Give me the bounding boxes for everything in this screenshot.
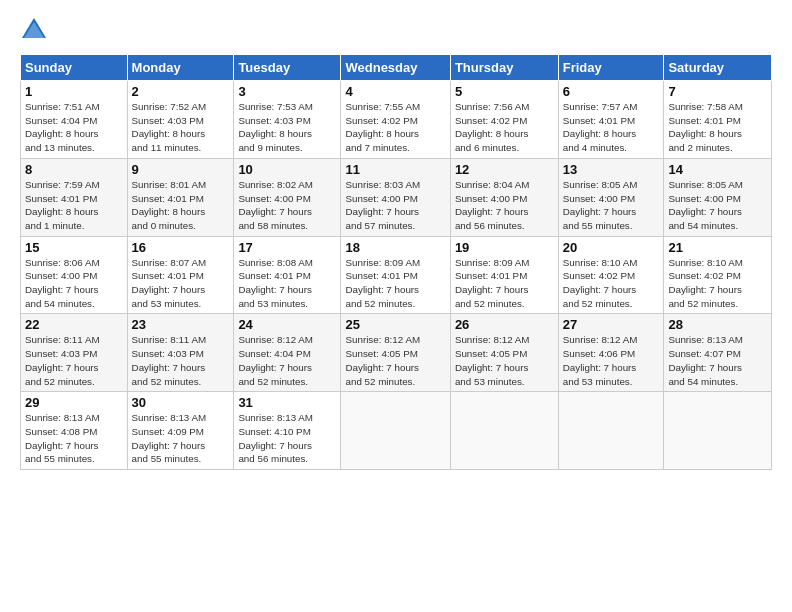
calendar-week-2: 8Sunrise: 7:59 AM Sunset: 4:01 PM Daylig… (21, 158, 772, 236)
day-number: 15 (25, 240, 123, 255)
day-number: 9 (132, 162, 230, 177)
day-number: 29 (25, 395, 123, 410)
day-info: Sunrise: 8:01 AM Sunset: 4:01 PM Dayligh… (132, 178, 230, 233)
calendar-cell: 24Sunrise: 8:12 AM Sunset: 4:04 PM Dayli… (234, 314, 341, 392)
day-info: Sunrise: 7:56 AM Sunset: 4:02 PM Dayligh… (455, 100, 554, 155)
calendar-cell: 28Sunrise: 8:13 AM Sunset: 4:07 PM Dayli… (664, 314, 772, 392)
day-number: 7 (668, 84, 767, 99)
calendar-cell: 4Sunrise: 7:55 AM Sunset: 4:02 PM Daylig… (341, 81, 450, 159)
day-number: 26 (455, 317, 554, 332)
calendar-cell: 23Sunrise: 8:11 AM Sunset: 4:03 PM Dayli… (127, 314, 234, 392)
header (20, 16, 772, 44)
calendar-cell: 15Sunrise: 8:06 AM Sunset: 4:00 PM Dayli… (21, 236, 128, 314)
day-info: Sunrise: 8:12 AM Sunset: 4:05 PM Dayligh… (455, 333, 554, 388)
calendar-cell: 8Sunrise: 7:59 AM Sunset: 4:01 PM Daylig… (21, 158, 128, 236)
calendar-cell: 25Sunrise: 8:12 AM Sunset: 4:05 PM Dayli… (341, 314, 450, 392)
calendar-cell: 26Sunrise: 8:12 AM Sunset: 4:05 PM Dayli… (450, 314, 558, 392)
day-info: Sunrise: 8:06 AM Sunset: 4:00 PM Dayligh… (25, 256, 123, 311)
calendar-header: SundayMondayTuesdayWednesdayThursdayFrid… (21, 55, 772, 81)
calendar-week-3: 15Sunrise: 8:06 AM Sunset: 4:00 PM Dayli… (21, 236, 772, 314)
day-number: 1 (25, 84, 123, 99)
day-info: Sunrise: 8:10 AM Sunset: 4:02 PM Dayligh… (668, 256, 767, 311)
calendar-week-4: 22Sunrise: 8:11 AM Sunset: 4:03 PM Dayli… (21, 314, 772, 392)
day-number: 19 (455, 240, 554, 255)
day-info: Sunrise: 8:13 AM Sunset: 4:08 PM Dayligh… (25, 411, 123, 466)
calendar-cell: 7Sunrise: 7:58 AM Sunset: 4:01 PM Daylig… (664, 81, 772, 159)
calendar-cell: 13Sunrise: 8:05 AM Sunset: 4:00 PM Dayli… (558, 158, 664, 236)
calendar-cell (341, 392, 450, 470)
day-number: 3 (238, 84, 336, 99)
weekday-header-monday: Monday (127, 55, 234, 81)
weekday-row: SundayMondayTuesdayWednesdayThursdayFrid… (21, 55, 772, 81)
day-number: 5 (455, 84, 554, 99)
calendar-cell: 5Sunrise: 7:56 AM Sunset: 4:02 PM Daylig… (450, 81, 558, 159)
calendar-cell: 27Sunrise: 8:12 AM Sunset: 4:06 PM Dayli… (558, 314, 664, 392)
calendar-cell: 14Sunrise: 8:05 AM Sunset: 4:00 PM Dayli… (664, 158, 772, 236)
day-info: Sunrise: 7:55 AM Sunset: 4:02 PM Dayligh… (345, 100, 445, 155)
day-info: Sunrise: 8:13 AM Sunset: 4:07 PM Dayligh… (668, 333, 767, 388)
calendar-cell: 6Sunrise: 7:57 AM Sunset: 4:01 PM Daylig… (558, 81, 664, 159)
day-info: Sunrise: 8:08 AM Sunset: 4:01 PM Dayligh… (238, 256, 336, 311)
day-number: 17 (238, 240, 336, 255)
weekday-header-wednesday: Wednesday (341, 55, 450, 81)
day-number: 31 (238, 395, 336, 410)
day-info: Sunrise: 8:13 AM Sunset: 4:09 PM Dayligh… (132, 411, 230, 466)
calendar-cell (558, 392, 664, 470)
calendar: SundayMondayTuesdayWednesdayThursdayFrid… (20, 54, 772, 470)
day-info: Sunrise: 8:11 AM Sunset: 4:03 PM Dayligh… (132, 333, 230, 388)
calendar-cell: 11Sunrise: 8:03 AM Sunset: 4:00 PM Dayli… (341, 158, 450, 236)
day-info: Sunrise: 7:51 AM Sunset: 4:04 PM Dayligh… (25, 100, 123, 155)
calendar-cell: 31Sunrise: 8:13 AM Sunset: 4:10 PM Dayli… (234, 392, 341, 470)
logo (20, 16, 52, 44)
calendar-cell: 20Sunrise: 8:10 AM Sunset: 4:02 PM Dayli… (558, 236, 664, 314)
day-info: Sunrise: 8:07 AM Sunset: 4:01 PM Dayligh… (132, 256, 230, 311)
day-number: 12 (455, 162, 554, 177)
weekday-header-thursday: Thursday (450, 55, 558, 81)
day-number: 8 (25, 162, 123, 177)
calendar-cell: 29Sunrise: 8:13 AM Sunset: 4:08 PM Dayli… (21, 392, 128, 470)
calendar-cell: 10Sunrise: 8:02 AM Sunset: 4:00 PM Dayli… (234, 158, 341, 236)
day-number: 21 (668, 240, 767, 255)
calendar-cell: 16Sunrise: 8:07 AM Sunset: 4:01 PM Dayli… (127, 236, 234, 314)
calendar-cell: 18Sunrise: 8:09 AM Sunset: 4:01 PM Dayli… (341, 236, 450, 314)
day-number: 25 (345, 317, 445, 332)
calendar-week-5: 29Sunrise: 8:13 AM Sunset: 4:08 PM Dayli… (21, 392, 772, 470)
day-info: Sunrise: 8:05 AM Sunset: 4:00 PM Dayligh… (668, 178, 767, 233)
day-number: 23 (132, 317, 230, 332)
day-info: Sunrise: 8:10 AM Sunset: 4:02 PM Dayligh… (563, 256, 660, 311)
day-info: Sunrise: 8:03 AM Sunset: 4:00 PM Dayligh… (345, 178, 445, 233)
day-number: 22 (25, 317, 123, 332)
day-number: 28 (668, 317, 767, 332)
day-number: 2 (132, 84, 230, 99)
calendar-cell: 19Sunrise: 8:09 AM Sunset: 4:01 PM Dayli… (450, 236, 558, 314)
calendar-cell: 21Sunrise: 8:10 AM Sunset: 4:02 PM Dayli… (664, 236, 772, 314)
day-number: 13 (563, 162, 660, 177)
day-number: 18 (345, 240, 445, 255)
day-number: 4 (345, 84, 445, 99)
calendar-body: 1Sunrise: 7:51 AM Sunset: 4:04 PM Daylig… (21, 81, 772, 470)
day-info: Sunrise: 8:09 AM Sunset: 4:01 PM Dayligh… (455, 256, 554, 311)
day-number: 27 (563, 317, 660, 332)
calendar-cell: 12Sunrise: 8:04 AM Sunset: 4:00 PM Dayli… (450, 158, 558, 236)
calendar-cell: 22Sunrise: 8:11 AM Sunset: 4:03 PM Dayli… (21, 314, 128, 392)
weekday-header-tuesday: Tuesday (234, 55, 341, 81)
day-info: Sunrise: 8:12 AM Sunset: 4:04 PM Dayligh… (238, 333, 336, 388)
calendar-cell (450, 392, 558, 470)
day-info: Sunrise: 7:59 AM Sunset: 4:01 PM Dayligh… (25, 178, 123, 233)
calendar-cell: 3Sunrise: 7:53 AM Sunset: 4:03 PM Daylig… (234, 81, 341, 159)
day-number: 30 (132, 395, 230, 410)
calendar-cell: 9Sunrise: 8:01 AM Sunset: 4:01 PM Daylig… (127, 158, 234, 236)
day-info: Sunrise: 8:02 AM Sunset: 4:00 PM Dayligh… (238, 178, 336, 233)
day-number: 6 (563, 84, 660, 99)
weekday-header-friday: Friday (558, 55, 664, 81)
day-number: 20 (563, 240, 660, 255)
day-info: Sunrise: 8:11 AM Sunset: 4:03 PM Dayligh… (25, 333, 123, 388)
day-info: Sunrise: 7:58 AM Sunset: 4:01 PM Dayligh… (668, 100, 767, 155)
day-info: Sunrise: 7:57 AM Sunset: 4:01 PM Dayligh… (563, 100, 660, 155)
calendar-cell: 1Sunrise: 7:51 AM Sunset: 4:04 PM Daylig… (21, 81, 128, 159)
weekday-header-saturday: Saturday (664, 55, 772, 81)
calendar-cell (664, 392, 772, 470)
day-number: 24 (238, 317, 336, 332)
day-number: 11 (345, 162, 445, 177)
calendar-cell: 2Sunrise: 7:52 AM Sunset: 4:03 PM Daylig… (127, 81, 234, 159)
